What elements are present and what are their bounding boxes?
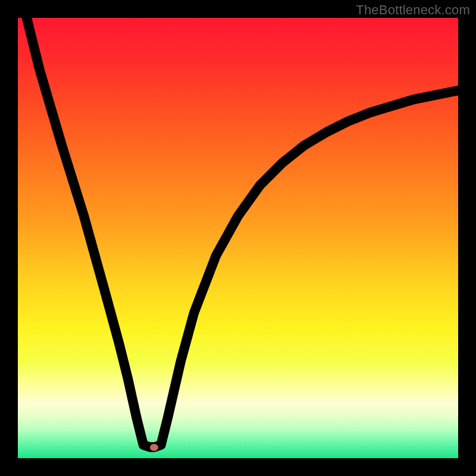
- bottleneck-curve: [27, 18, 458, 447]
- chart-frame: TheBottleneck.com: [0, 0, 476, 476]
- curve-svg: [18, 18, 458, 458]
- min-point-marker: [150, 444, 158, 451]
- watermark-text: TheBottleneck.com: [356, 2, 470, 18]
- plot-area: [18, 18, 458, 458]
